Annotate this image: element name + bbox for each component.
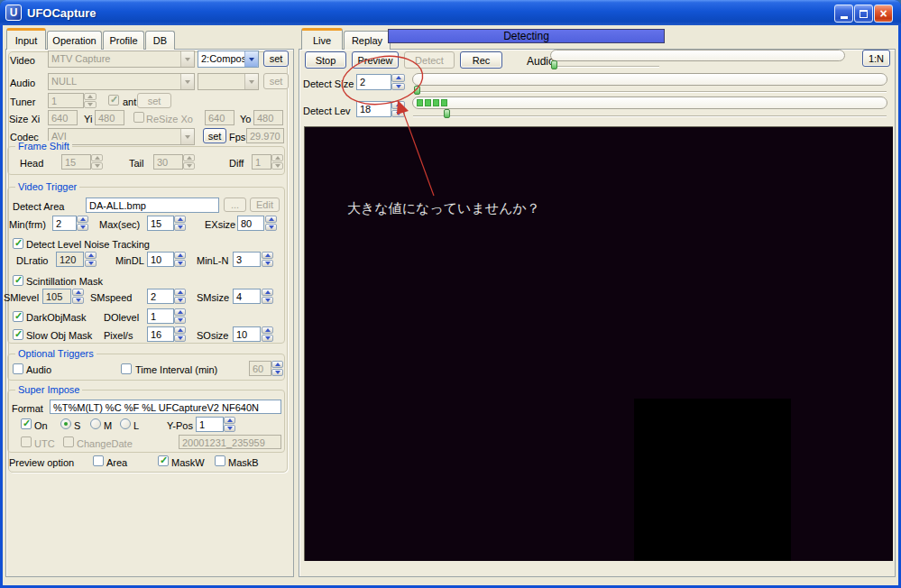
si-size-l-label: L xyxy=(133,420,139,431)
spin-up-icon[interactable] xyxy=(262,326,273,334)
spin-up-icon[interactable] xyxy=(85,252,97,259)
time-interval-checkbox[interactable] xyxy=(121,363,132,374)
preview-button[interactable]: Preview xyxy=(352,51,399,69)
mindl-spinner[interactable] xyxy=(174,252,186,267)
video-input-select[interactable]: 2:Compos xyxy=(198,51,259,68)
spin-up-icon[interactable] xyxy=(271,361,283,368)
scintillation-mask-checkbox[interactable] xyxy=(13,275,23,286)
spin-down-icon[interactable] xyxy=(174,224,186,231)
detect-area-field[interactable]: DA-ALL.bmp xyxy=(86,198,219,213)
sosize-spinner[interactable] xyxy=(262,326,273,342)
detect-lev-field[interactable]: 18 xyxy=(356,101,391,117)
darkobjmask-checkbox[interactable] xyxy=(13,311,23,322)
dlratio-field[interactable]: 120 xyxy=(56,252,84,267)
detect-size-slider-thumb[interactable] xyxy=(414,86,420,95)
format-field[interactable]: %T%M(LT) %C %F %L UFCaptureV2 NF640N xyxy=(50,400,281,414)
max-sec-spinner[interactable] xyxy=(174,216,186,231)
tab-live[interactable]: Live xyxy=(301,28,343,50)
spin-down-icon[interactable] xyxy=(77,224,88,231)
minln-field[interactable]: 3 xyxy=(233,252,261,267)
browse-button: ... xyxy=(224,198,246,212)
slowobjmask-checkbox[interactable] xyxy=(13,329,23,340)
optional-audio-checkbox[interactable] xyxy=(13,363,23,374)
smsize-spinner[interactable] xyxy=(262,289,273,304)
spin-down-icon[interactable] xyxy=(271,369,283,376)
video-set-button[interactable]: set xyxy=(263,51,289,67)
detect-lev-slider-thumb[interactable] xyxy=(444,109,450,118)
detect-lev-spinner[interactable] xyxy=(391,101,405,117)
tab-profile[interactable]: Profile xyxy=(103,31,144,50)
minimize-button[interactable] xyxy=(834,5,853,23)
spin-up-icon[interactable] xyxy=(391,74,405,82)
spin-down-icon[interactable] xyxy=(174,335,186,342)
spin-up-icon[interactable] xyxy=(262,289,273,296)
max-sec-field[interactable]: 15 xyxy=(147,216,174,231)
detect-level-noise-checkbox[interactable] xyxy=(13,238,23,249)
si-size-m-radio[interactable] xyxy=(90,418,101,429)
spin-up-icon[interactable] xyxy=(174,252,186,259)
spin-down-icon[interactable] xyxy=(391,110,405,118)
spin-up-icon[interactable] xyxy=(265,216,277,223)
minln-spinner[interactable] xyxy=(262,252,273,267)
tab-replay[interactable]: Replay xyxy=(344,31,391,50)
spin-up-icon[interactable] xyxy=(174,289,186,296)
spin-down-icon[interactable] xyxy=(262,297,273,304)
dolevel-field[interactable]: 1 xyxy=(147,308,174,324)
spin-down-icon[interactable] xyxy=(391,83,405,91)
codec-set-button[interactable]: set xyxy=(203,128,226,143)
spin-down-icon[interactable] xyxy=(174,297,186,304)
tab-input[interactable]: Input xyxy=(6,28,46,50)
spin-up-icon[interactable] xyxy=(174,308,186,316)
spin-up-icon[interactable] xyxy=(174,216,186,223)
dlratio-spinner[interactable] xyxy=(85,252,97,267)
spin-down-icon[interactable] xyxy=(72,297,84,304)
smspeed-field[interactable]: 2 xyxy=(147,289,174,304)
smlevel-field[interactable]: 105 xyxy=(42,289,71,304)
sosize-field[interactable]: 10 xyxy=(233,326,261,342)
spin-down-icon[interactable] xyxy=(85,260,97,267)
maximize-button[interactable] xyxy=(854,5,873,23)
area-checkbox[interactable] xyxy=(93,455,104,466)
spin-down-icon[interactable] xyxy=(174,317,186,324)
si-on-checkbox[interactable] xyxy=(21,418,32,429)
dolevel-spinner[interactable] xyxy=(174,308,186,324)
pixels-spinner[interactable] xyxy=(174,326,186,342)
ypos-field[interactable]: 1 xyxy=(196,417,224,432)
spin-up-icon[interactable] xyxy=(262,252,273,259)
si-size-s-radio[interactable] xyxy=(60,418,71,429)
ratio-button[interactable]: 1:N xyxy=(862,50,890,67)
stop-button[interactable]: Stop xyxy=(305,51,346,69)
spin-down-icon[interactable] xyxy=(224,425,235,432)
rec-button[interactable]: Rec xyxy=(460,51,502,69)
detect-size-spinner[interactable] xyxy=(391,74,405,90)
spin-up-icon[interactable] xyxy=(77,216,88,223)
spin-up-icon[interactable] xyxy=(72,289,84,296)
mindl-field[interactable]: 10 xyxy=(147,252,174,267)
detect-lev-slider-track xyxy=(413,115,887,116)
maskw-checkbox[interactable] xyxy=(158,455,169,466)
detect-size-field[interactable]: 2 xyxy=(356,74,391,90)
smlevel-spinner[interactable] xyxy=(72,289,84,304)
min-frm-field[interactable]: 2 xyxy=(52,216,77,231)
spin-down-icon[interactable] xyxy=(262,260,273,267)
spin-down-icon[interactable] xyxy=(262,335,273,342)
min-frm-spinner[interactable] xyxy=(77,216,88,231)
exsize-field[interactable]: 80 xyxy=(237,216,264,231)
smsize-field[interactable]: 4 xyxy=(233,289,261,304)
spin-up-icon[interactable] xyxy=(174,326,186,334)
interval-spinner[interactable] xyxy=(271,361,283,376)
tab-operation[interactable]: Operation xyxy=(47,31,102,50)
tab-db[interactable]: DB xyxy=(145,31,175,50)
spin-down-icon[interactable] xyxy=(174,260,186,267)
spin-down-icon[interactable] xyxy=(265,224,277,231)
close-button[interactable]: × xyxy=(874,5,893,23)
audio-slider-thumb[interactable] xyxy=(551,60,557,69)
exsize-spinner[interactable] xyxy=(265,216,277,231)
maskb-checkbox[interactable] xyxy=(215,455,225,466)
spin-up-icon[interactable] xyxy=(391,101,405,109)
si-size-l-radio[interactable] xyxy=(120,418,131,429)
pixels-field[interactable]: 16 xyxy=(147,326,174,342)
smspeed-spinner[interactable] xyxy=(174,289,186,304)
spin-up-icon[interactable] xyxy=(224,417,235,424)
ypos-spinner[interactable] xyxy=(224,417,235,432)
